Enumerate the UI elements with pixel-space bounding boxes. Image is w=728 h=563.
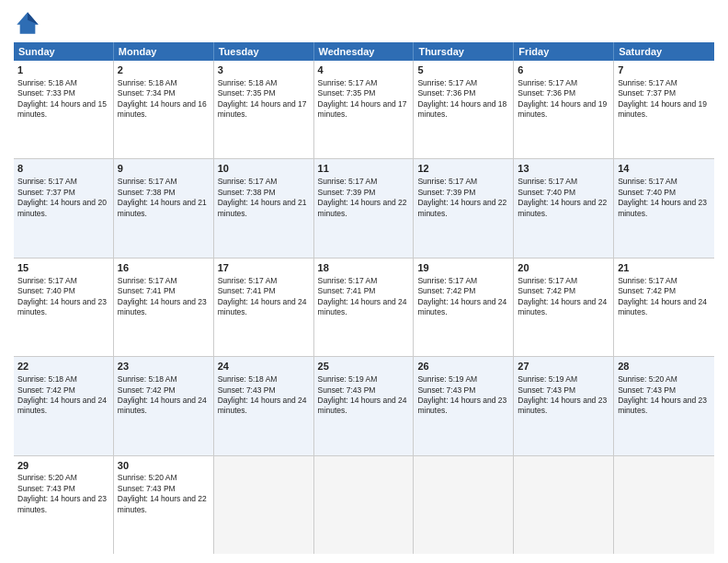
sunset-label: Sunset: 7:43 PM — [318, 385, 376, 395]
sunset-label: Sunset: 7:41 PM — [118, 286, 176, 295]
day-number: 8 — [17, 162, 109, 176]
daylight-label: Daylight: 14 hours and 20 minutes. — [17, 198, 107, 217]
day-number: 20 — [518, 261, 609, 275]
sunset-label: Sunset: 7:43 PM — [218, 385, 276, 395]
page: SundayMondayTuesdayWednesdayThursdayFrid… — [0, 0, 728, 563]
day-number: 24 — [218, 360, 310, 373]
daylight-label: Daylight: 14 hours and 23 minutes. — [118, 297, 207, 316]
calendar-cell: 27Sunrise: 5:19 AMSunset: 7:43 PMDayligh… — [514, 357, 614, 454]
calendar-row: 1Sunrise: 5:18 AMSunset: 7:33 PMDaylight… — [14, 61, 714, 159]
logo — [14, 9, 45, 37]
day-number: 29 — [17, 459, 109, 473]
daylight-label: Daylight: 14 hours and 23 minutes. — [17, 297, 107, 316]
sunrise-label: Sunrise: 5:17 AM — [118, 177, 177, 186]
calendar-cell: 15Sunrise: 5:17 AMSunset: 7:40 PMDayligh… — [14, 259, 114, 356]
logo-icon — [14, 9, 41, 37]
day-number: 10 — [218, 162, 310, 176]
sunrise-label: Sunrise: 5:18 AM — [218, 374, 278, 384]
calendar-cell: 18Sunrise: 5:17 AMSunset: 7:41 PMDayligh… — [314, 259, 415, 356]
sunrise-label: Sunrise: 5:17 AM — [417, 177, 477, 186]
weekday-header: Tuesday — [214, 42, 314, 61]
sunset-label: Sunset: 7:42 PM — [618, 286, 676, 295]
daylight-label: Daylight: 14 hours and 23 minutes. — [618, 396, 707, 415]
sunrise-label: Sunrise: 5:17 AM — [618, 177, 677, 186]
calendar-cell: 9Sunrise: 5:17 AMSunset: 7:38 PMDaylight… — [114, 159, 214, 257]
sunset-label: Sunset: 7:37 PM — [17, 188, 75, 197]
sunrise-label: Sunrise: 5:20 AM — [618, 374, 677, 384]
weekday-header: Wednesday — [314, 42, 415, 61]
calendar-cell: 14Sunrise: 5:17 AMSunset: 7:40 PMDayligh… — [614, 159, 714, 257]
day-number: 23 — [118, 360, 210, 373]
daylight-label: Daylight: 14 hours and 24 minutes. — [318, 396, 407, 415]
day-number: 27 — [518, 360, 609, 373]
day-number: 11 — [318, 162, 410, 176]
sunrise-label: Sunrise: 5:17 AM — [218, 276, 278, 285]
day-number: 25 — [318, 360, 410, 373]
sunset-label: Sunset: 7:40 PM — [518, 188, 575, 197]
calendar-cell — [614, 456, 714, 554]
sunrise-label: Sunrise: 5:17 AM — [17, 177, 77, 186]
day-number: 5 — [417, 63, 509, 77]
sunset-label: Sunset: 7:39 PM — [318, 188, 376, 197]
sunset-label: Sunset: 7:39 PM — [417, 188, 475, 197]
daylight-label: Daylight: 14 hours and 24 minutes. — [17, 396, 107, 415]
sunrise-label: Sunrise: 5:17 AM — [318, 276, 378, 285]
sunset-label: Sunset: 7:42 PM — [17, 385, 75, 395]
weekday-header: Saturday — [614, 42, 714, 61]
calendar-cell: 29Sunrise: 5:20 AMSunset: 7:43 PMDayligh… — [14, 456, 114, 554]
sunset-label: Sunset: 7:41 PM — [218, 286, 276, 295]
sunset-label: Sunset: 7:42 PM — [417, 286, 475, 295]
calendar-cell: 21Sunrise: 5:17 AMSunset: 7:42 PMDayligh… — [614, 259, 714, 356]
sunrise-label: Sunrise: 5:17 AM — [118, 276, 177, 285]
sunrise-label: Sunrise: 5:17 AM — [518, 276, 577, 285]
sunrise-label: Sunrise: 5:18 AM — [218, 78, 278, 87]
daylight-label: Daylight: 14 hours and 16 minutes. — [118, 99, 207, 119]
sunrise-label: Sunrise: 5:17 AM — [518, 177, 577, 186]
day-number: 30 — [118, 459, 210, 473]
sunset-label: Sunset: 7:43 PM — [618, 385, 676, 395]
daylight-label: Daylight: 14 hours and 24 minutes. — [417, 297, 506, 316]
sunrise-label: Sunrise: 5:18 AM — [118, 78, 177, 87]
daylight-label: Daylight: 14 hours and 17 minutes. — [218, 99, 307, 119]
calendar-cell: 17Sunrise: 5:17 AMSunset: 7:41 PMDayligh… — [214, 259, 314, 356]
daylight-label: Daylight: 14 hours and 24 minutes. — [318, 297, 407, 316]
day-number: 3 — [218, 63, 310, 77]
sunset-label: Sunset: 7:37 PM — [618, 88, 676, 98]
daylight-label: Daylight: 14 hours and 24 minutes. — [118, 396, 207, 415]
calendar-cell: 25Sunrise: 5:19 AMSunset: 7:43 PMDayligh… — [314, 357, 415, 454]
sunrise-label: Sunrise: 5:20 AM — [118, 473, 177, 482]
day-number: 13 — [518, 162, 609, 176]
sunrise-label: Sunrise: 5:17 AM — [17, 276, 77, 285]
calendar-cell: 23Sunrise: 5:18 AMSunset: 7:42 PMDayligh… — [114, 357, 214, 454]
calendar-cell: 20Sunrise: 5:17 AMSunset: 7:42 PMDayligh… — [514, 259, 614, 356]
calendar-header: SundayMondayTuesdayWednesdayThursdayFrid… — [14, 42, 714, 61]
day-number: 19 — [417, 261, 509, 275]
day-number: 9 — [118, 162, 210, 176]
day-number: 21 — [618, 261, 711, 275]
daylight-label: Daylight: 14 hours and 22 minutes. — [318, 198, 407, 217]
calendar-cell: 26Sunrise: 5:19 AMSunset: 7:43 PMDayligh… — [414, 357, 514, 454]
calendar-row: 29Sunrise: 5:20 AMSunset: 7:43 PMDayligh… — [14, 456, 714, 554]
daylight-label: Daylight: 14 hours and 17 minutes. — [318, 99, 407, 119]
calendar-cell: 24Sunrise: 5:18 AMSunset: 7:43 PMDayligh… — [214, 357, 314, 454]
day-number: 14 — [618, 162, 711, 176]
day-number: 28 — [618, 360, 711, 373]
daylight-label: Daylight: 14 hours and 15 minutes. — [17, 99, 107, 119]
day-number: 16 — [118, 261, 210, 275]
calendar-cell: 4Sunrise: 5:17 AMSunset: 7:35 PMDaylight… — [314, 61, 415, 158]
daylight-label: Daylight: 14 hours and 19 minutes. — [518, 99, 607, 119]
daylight-label: Daylight: 14 hours and 24 minutes. — [518, 297, 607, 316]
calendar-cell: 8Sunrise: 5:17 AMSunset: 7:37 PMDaylight… — [14, 159, 114, 257]
sunrise-label: Sunrise: 5:17 AM — [518, 78, 577, 87]
calendar-cell: 19Sunrise: 5:17 AMSunset: 7:42 PMDayligh… — [414, 259, 514, 356]
sunrise-label: Sunrise: 5:18 AM — [17, 78, 77, 87]
calendar-cell: 7Sunrise: 5:17 AMSunset: 7:37 PMDaylight… — [614, 61, 714, 158]
day-number: 6 — [518, 63, 609, 77]
daylight-label: Daylight: 14 hours and 19 minutes. — [618, 99, 707, 119]
sunrise-label: Sunrise: 5:19 AM — [417, 374, 477, 384]
calendar-cell: 10Sunrise: 5:17 AMSunset: 7:38 PMDayligh… — [214, 159, 314, 257]
daylight-label: Daylight: 14 hours and 23 minutes. — [518, 396, 607, 415]
sunset-label: Sunset: 7:40 PM — [17, 286, 75, 295]
calendar-cell: 6Sunrise: 5:17 AMSunset: 7:36 PMDaylight… — [514, 61, 614, 158]
sunrise-label: Sunrise: 5:17 AM — [218, 177, 278, 186]
